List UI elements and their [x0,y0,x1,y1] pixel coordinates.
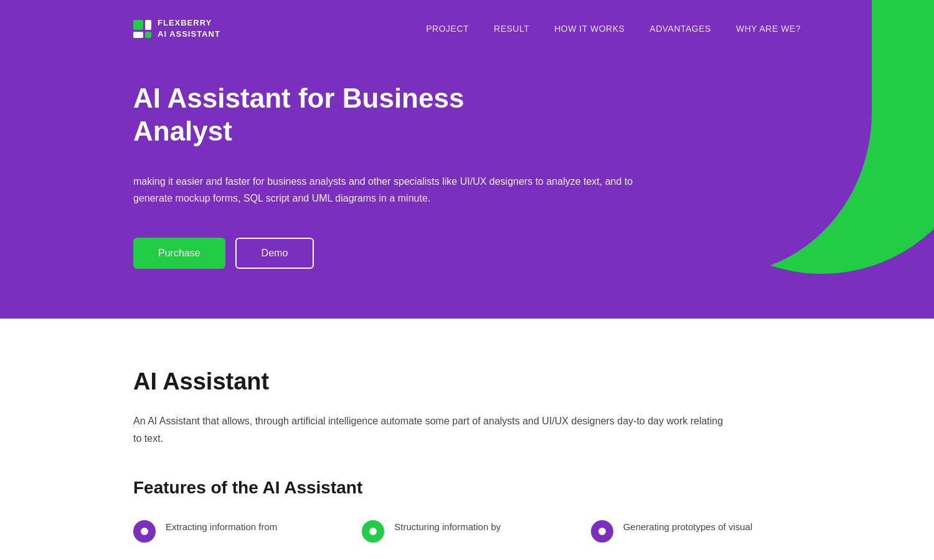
feature-item-1: Extracting information from [133,520,343,543]
feature-text-3: Generating prototypes of visual [623,520,753,534]
feature-text-1: Extracting information from [166,520,277,534]
hero-section: FLEXBERRY AI ASSISTANT PROJECT RESULT HO… [0,0,934,319]
logo-text: FLEXBERRY AI ASSISTANT [158,17,220,40]
feature-text-2: Structuring information by [394,520,501,534]
nav-advantages[interactable]: ADVANTAGES [649,24,711,34]
nav-how-it-works[interactable]: HOW IT WORKS [554,24,625,34]
nav-result[interactable]: RESULT [494,24,529,34]
features-title: Features of the AI Assistant [133,478,801,498]
navigation: FLEXBERRY AI ASSISTANT PROJECT RESULT HO… [0,0,934,57]
hero-description: making it easier and faster for business… [133,173,656,207]
logo-icon [133,20,151,38]
feature-icon-1 [133,520,156,543]
svg-point-1 [369,528,377,535]
hero-title: AI Assistant for Business Analyst [133,82,569,148]
feature-icon-3 [591,520,613,543]
demo-button[interactable]: Demo [235,238,314,269]
svg-point-0 [141,528,148,535]
feature-item-2: Structuring information by [362,520,572,543]
features-grid: Extracting information from Structuring … [133,520,801,543]
svg-point-2 [598,528,606,535]
nav-project[interactable]: PROJECT [426,24,469,34]
hero-content: AI Assistant for Business Analyst making… [0,57,934,319]
feature-icon-2 [362,520,384,543]
logo[interactable]: FLEXBERRY AI ASSISTANT [133,17,220,40]
nav-why-are-we[interactable]: WHY ARE WE? [736,24,801,34]
section-description: An AI Assistant that allows, through art… [133,413,725,446]
feature-item-3: Generating prototypes of visual [591,520,801,543]
hero-buttons: Purchase Demo [133,238,801,269]
purchase-button[interactable]: Purchase [133,238,225,269]
content-section: AI Assistant An AI Assistant that allows… [0,319,934,560]
section-title: AI Assistant [133,368,801,395]
nav-links: PROJECT RESULT HOW IT WORKS ADVANTAGES W… [426,23,801,34]
